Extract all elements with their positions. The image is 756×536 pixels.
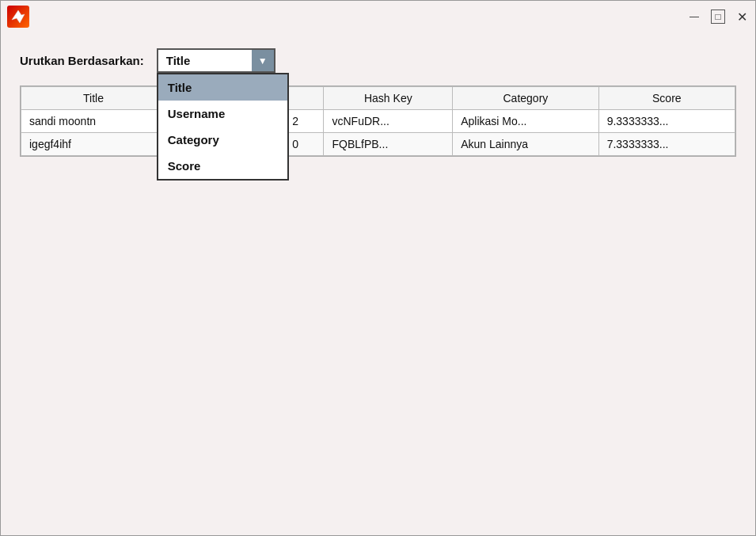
- dropdown-arrow-icon: ▼: [252, 50, 274, 71]
- table-row: sandi moontn 4reyzz 2 vcNFuDR... Aplikas…: [21, 110, 735, 133]
- cell-score: 9.3333333...: [598, 110, 735, 133]
- table-body: sandi moontn 4reyzz 2 vcNFuDR... Aplikas…: [21, 110, 735, 156]
- maximize-button[interactable]: □: [711, 10, 725, 24]
- cell-title: sandi moontn: [21, 110, 166, 133]
- cell-title: igegf4ihf: [21, 133, 166, 156]
- table-header-row: Title Username Hash Key Category Score: [21, 87, 735, 110]
- sort-option-score[interactable]: Score: [158, 153, 287, 179]
- data-table-container: Title Username Hash Key Category Score s…: [20, 86, 736, 157]
- content-area: Urutkan Berdasarkan: Title ▼ Title Usern…: [1, 32, 755, 535]
- cell-category: Aplikasi Mo...: [453, 110, 598, 133]
- sort-dropdown-button[interactable]: Title ▼: [157, 48, 275, 73]
- table-row: igegf4ihf jokkp 0 FQBLfPB... Akun Lainny…: [21, 133, 735, 156]
- title-bar-left: [7, 6, 29, 28]
- data-table: Title Username Hash Key Category Score s…: [21, 86, 735, 156]
- app-icon: [7, 6, 29, 28]
- col-header-col3: [284, 87, 324, 110]
- svg-marker-0: [12, 10, 25, 23]
- cell-hashkey: vcNFuDR...: [324, 110, 453, 133]
- col-header-category: Category: [453, 87, 598, 110]
- sort-row: Urutkan Berdasarkan: Title ▼ Title Usern…: [20, 48, 736, 73]
- title-bar-controls: — □ ✕: [687, 10, 749, 24]
- cell-category: Akun Lainnya: [453, 133, 598, 156]
- close-button[interactable]: ✕: [735, 10, 749, 24]
- sort-selected-value: Title: [158, 50, 252, 71]
- sort-dropdown-wrapper: Title ▼ Title Username Category Score: [157, 48, 275, 73]
- cell-col3: 2: [284, 110, 324, 133]
- col-header-score: Score: [598, 87, 735, 110]
- sort-label: Urutkan Berdasarkan:: [20, 54, 144, 67]
- table-header: Title Username Hash Key Category Score: [21, 87, 735, 110]
- sort-dropdown-menu: Title Username Category Score: [157, 73, 289, 181]
- col-header-hashkey: Hash Key: [324, 87, 453, 110]
- sort-option-category[interactable]: Category: [158, 127, 287, 153]
- title-bar: — □ ✕: [1, 1, 755, 32]
- col-header-title: Title: [21, 87, 166, 110]
- app-window: — □ ✕ Urutkan Berdasarkan: Title ▼ Title…: [0, 0, 756, 536]
- cell-hashkey: FQBLfPB...: [324, 133, 453, 156]
- minimize-button[interactable]: —: [687, 10, 701, 24]
- sort-option-title[interactable]: Title: [158, 74, 287, 101]
- cell-score: 7.3333333...: [598, 133, 735, 156]
- sort-option-username[interactable]: Username: [158, 101, 287, 127]
- cell-col3: 0: [284, 133, 324, 156]
